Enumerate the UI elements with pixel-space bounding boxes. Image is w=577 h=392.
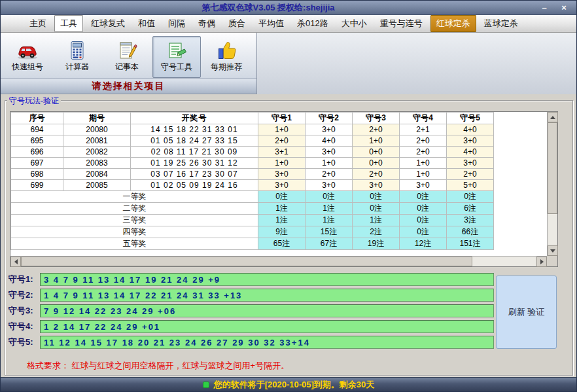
- result-cell: 1+0: [400, 158, 447, 169]
- toolbar-button-label: 每期推荐: [211, 62, 242, 73]
- result-cell: 1+0: [353, 135, 400, 147]
- prize-count-cell: 15注: [306, 226, 353, 238]
- period-cell: 20083: [63, 158, 131, 169]
- column-header: 守号2: [306, 113, 353, 124]
- prize-count-cell: 1注: [258, 215, 306, 226]
- minimize-button[interactable]: –: [536, 2, 553, 13]
- result-cell: 2+0: [353, 169, 400, 180]
- scroll-up-button[interactable]: [548, 112, 558, 122]
- seq-cell: 695: [11, 135, 63, 147]
- calculator-icon: [65, 41, 89, 60]
- result-cell: 3+0: [447, 158, 494, 169]
- keep-number-row: 守号5:11 12 14 15 17 18 20 21 23 24 26 27 …: [9, 336, 494, 349]
- keep-number-input-1[interactable]: 3 4 7 9 11 13 14 17 19 21 24 29 +9: [40, 273, 494, 286]
- keep-number-row: 守号1:3 4 7 9 11 13 14 17 19 21 24 29 +9: [9, 273, 494, 286]
- prize-count-cell: 151注: [447, 238, 494, 250]
- menu-tab-red-multiple[interactable]: 红球复式: [86, 16, 130, 31]
- draw-numbers-cell: 02 08 11 17 21 30 09: [131, 147, 258, 158]
- app-window: 第七感双色球V3.05 授权给:shejijia – × 主页工具红球复式和值间…: [0, 0, 577, 392]
- prize-count-cell: 0注: [353, 191, 400, 203]
- menu-tab-blue-kill[interactable]: 蓝球定杀: [479, 16, 523, 31]
- period-cell: 20084: [63, 169, 131, 180]
- menu-tab-big-mid-small[interactable]: 大中小: [336, 16, 372, 31]
- seq-cell: 699: [11, 180, 63, 191]
- menu-tab-home[interactable]: 主页: [24, 16, 52, 31]
- toolbar-button-label: 计算器: [65, 62, 89, 73]
- toolbar-button-notepad[interactable]: 记事本: [103, 36, 151, 78]
- draw-numbers-cell: 01 05 18 24 27 33 15: [131, 135, 258, 147]
- scroll-right-button[interactable]: [536, 257, 547, 267]
- scroll-left-button[interactable]: [10, 257, 21, 267]
- scroll-down-button[interactable]: [548, 245, 558, 256]
- summary-row: 三等奖1注1注1注0注3注: [11, 215, 494, 226]
- column-header: 守号1: [258, 113, 306, 124]
- prize-tier-label: 四等奖: [11, 226, 258, 238]
- keep-number-input-5[interactable]: 11 12 14 15 17 18 20 21 23 24 26 27 29 3…: [40, 336, 494, 349]
- prize-count-cell: 1注: [306, 203, 353, 215]
- prize-count-cell: 2注: [353, 226, 400, 238]
- keep-number-input-4[interactable]: 1 2 14 17 22 24 29 +01: [40, 320, 494, 333]
- keep-number-inputs: 守号1:3 4 7 9 11 13 14 17 19 21 24 29 +9守号…: [9, 273, 494, 351]
- table-row: 6942008014 15 18 22 31 33 011+03+02+02+1…: [11, 124, 494, 135]
- prize-count-cell: 67注: [306, 238, 353, 250]
- horizontal-scroll-thumb[interactable]: [21, 257, 472, 266]
- menu-tab-tools[interactable]: 工具: [54, 15, 83, 32]
- period-cell: 20080: [63, 124, 131, 135]
- keep-number-label-4: 守号4:: [9, 321, 40, 332]
- prize-tier-label: 二等奖: [11, 203, 258, 215]
- result-cell: 3+0: [353, 180, 400, 191]
- keep-number-label-2: 守号2:: [9, 289, 40, 301]
- prize-count-cell: 0注: [258, 191, 306, 203]
- toolbar-panel: 快速组号计算器记事本守号工具每期推荐 请选择相关项目: [1, 33, 257, 94]
- prize-count-cell: 0注: [353, 203, 400, 215]
- toolbar-hint: 请选择相关项目: [1, 79, 256, 94]
- status-bar: 您的软件将于[2020-10-05]到期。剩余30天: [1, 377, 576, 391]
- vertical-scrollbar[interactable]: [547, 112, 557, 256]
- menu-tab-prime-composite[interactable]: 质合: [223, 16, 251, 31]
- car-icon: [16, 41, 39, 60]
- result-cell: 1+0: [258, 158, 306, 169]
- prize-count-cell: 6注: [447, 203, 494, 215]
- table-row: 6962008202 08 11 17 21 30 093+13+00+02+0…: [11, 147, 494, 158]
- result-cell: 3+0: [306, 147, 353, 158]
- column-header: 期号: [63, 113, 131, 124]
- toolbar-button-keep-number-tool[interactable]: 守号工具: [152, 36, 201, 78]
- menu-tab-average[interactable]: 平均值: [253, 16, 289, 31]
- result-cell: 5+0: [447, 180, 494, 191]
- expiry-status-text: 您的软件将于[2020-10-05]到期。剩余30天: [214, 379, 375, 391]
- draw-numbers-cell: 03 07 16 17 23 30 07: [131, 169, 258, 180]
- menu-tab-red-kill[interactable]: 红球定杀: [430, 15, 476, 32]
- keep-number-input-3[interactable]: 7 9 12 14 22 23 24 29 +06: [40, 304, 494, 317]
- column-header: 守号5: [447, 113, 494, 124]
- prize-count-cell: 0注: [400, 215, 447, 226]
- prize-count-cell: 0注: [306, 191, 353, 203]
- toolbar-button-calculator[interactable]: 计算器: [53, 36, 101, 78]
- keep-number-input-2[interactable]: 1 4 7 9 11 13 14 17 22 21 24 31 33 +13: [40, 289, 494, 302]
- summary-row: 一等奖0注0注0注0注0注: [11, 191, 494, 203]
- column-header: 序号: [11, 113, 63, 124]
- keep-number-label-1: 守号1:: [9, 274, 40, 285]
- horizontal-scrollbar[interactable]: [10, 256, 547, 266]
- menu-tab-interval[interactable]: 间隔: [163, 16, 190, 31]
- seq-cell: 694: [11, 124, 63, 135]
- toolbar-button-quick-pick[interactable]: 快速组号: [3, 36, 52, 78]
- title-bar[interactable]: 第七感双色球V3.05 授权给:shejijia – ×: [1, 1, 576, 15]
- keep-number-label-3: 守号3:: [9, 305, 40, 317]
- menu-tab-sum-value[interactable]: 和值: [133, 16, 160, 31]
- refresh-verify-button[interactable]: 刷新 验证: [496, 276, 557, 349]
- result-cell: 2+1: [400, 124, 447, 135]
- menu-tab-repeat-consecutive[interactable]: 重号与连号: [375, 16, 428, 31]
- close-button[interactable]: ×: [555, 2, 572, 13]
- window-title: 第七感双色球V3.05 授权给:shejijia: [1, 2, 536, 14]
- prize-count-cell: 1注: [306, 215, 353, 226]
- vertical-scroll-thumb[interactable]: [548, 122, 557, 214]
- prize-count-cell: 0注: [447, 191, 494, 203]
- prize-count-cell: 19注: [353, 238, 400, 250]
- menu-tab-odd-even[interactable]: 奇偶: [193, 16, 220, 31]
- prize-count-cell: 3注: [447, 215, 494, 226]
- result-cell: 3+0: [306, 180, 353, 191]
- summary-row: 五等奖65注67注19注12注151注: [11, 238, 494, 250]
- menu-tab-kill-012[interactable]: 杀012路: [292, 16, 334, 31]
- result-cell: 4+0: [447, 124, 494, 135]
- toolbar-button-recommend[interactable]: 每期推荐: [202, 36, 251, 78]
